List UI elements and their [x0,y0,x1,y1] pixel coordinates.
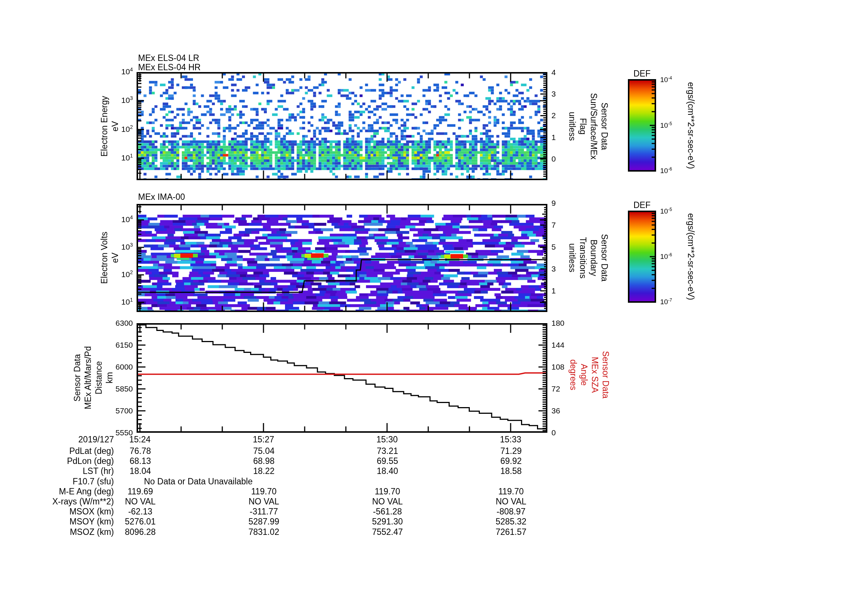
table-cell: 76.78 [103,446,177,456]
text-overlay: MEx ELS-04 LR MEx ELS-04 HR MEx IMA-00 1… [0,0,868,614]
x-axis-time-label: 15:33 [488,435,533,444]
table-cell: NO VAL [227,497,301,506]
table-cell: 71.29 [474,446,548,456]
table-row-label: F10.7 (sfu) [3,477,114,486]
table-row-label: MSOX (km) [3,507,114,516]
table-cell: -808.97 [474,507,548,516]
table-cell: 5276.01 [103,517,177,526]
table-note: No Data or Data Unavailable [144,477,253,486]
table-cell: 69.55 [350,457,425,466]
x-axis-time-label: 15:24 [118,435,162,444]
table-cell: -62.13 [103,507,177,516]
table-cell: 8096.28 [103,527,177,537]
table-cell: 7261.57 [474,527,548,537]
table-cell: 18.04 [103,466,177,476]
plot-page: MEx ELS-04 LR MEx ELS-04 HR MEx IMA-00 1… [0,0,868,614]
table-cell: 5287.99 [227,517,301,526]
table-cell: 119.70 [474,487,548,496]
table-cell: 5285.32 [474,517,548,526]
table-cell: -311.77 [227,507,301,516]
table-row-label: X-rays (W/m**2) [3,497,114,506]
table-cell: 119.70 [227,487,301,496]
table-cell: 18.58 [474,466,548,476]
x-axis-time-label: 15:27 [241,435,286,444]
table-cell: 119.70 [350,487,425,496]
table-cell: 68.13 [103,457,177,466]
table-cell: 68.98 [227,457,301,466]
table-row-label: PdLat (deg) [3,446,114,456]
table-cell: 18.22 [227,466,301,476]
table-cell: 119.69 [103,487,177,496]
table-cell: 69.92 [474,457,548,466]
table-cell: 73.21 [350,446,425,456]
table-row-label: MSOY (km) [3,517,114,526]
table-cell: -561.28 [350,507,425,516]
table-row-label: MSOZ (km) [3,527,114,537]
table-cell: 75.04 [227,446,301,456]
table-row-label: LST (hr) [3,466,114,476]
colorbar-unit-label: ergs/(cm**2-sr-sec-eV) [598,164,784,350]
table-cell: 5291.30 [350,517,425,526]
table-cell: NO VAL [350,497,425,506]
table-cell: 18.40 [350,466,425,476]
table-row-label: PdLon (deg) [3,457,114,466]
table-row-label: M-E Ang (deg) [3,487,114,496]
x-axis-date-label: 2019/127 [40,435,114,444]
table-cell: NO VAL [103,497,177,506]
table-cell: 7552.47 [350,527,425,537]
x-axis-time-label: 15:30 [365,435,409,444]
table-cell: 7831.02 [227,527,301,537]
table-cell: NO VAL [474,497,548,506]
